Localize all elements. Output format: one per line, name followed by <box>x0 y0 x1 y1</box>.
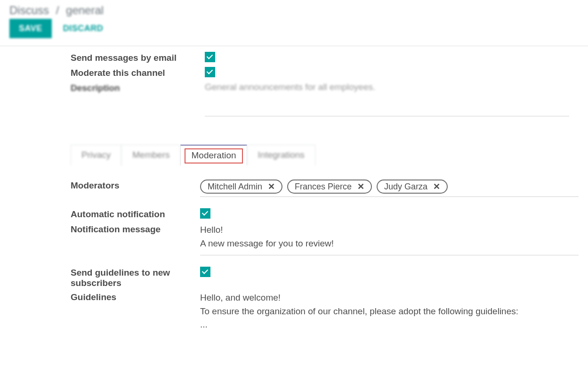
send-guidelines-checkbox[interactable] <box>200 267 210 277</box>
tab-privacy[interactable]: Privacy <box>71 145 121 165</box>
remove-moderator-icon[interactable]: ✕ <box>357 181 364 192</box>
breadcrumb-root[interactable]: Discuss <box>9 4 49 16</box>
breadcrumb-separator: / <box>56 4 59 16</box>
moderator-tag: Frances Pierce ✕ <box>287 180 372 194</box>
moderators-label: Moderators <box>71 180 200 191</box>
tab-integrations[interactable]: Integrations <box>247 145 315 165</box>
moderator-tag: Judy Garza ✕ <box>377 180 448 194</box>
tab-moderation[interactable]: Moderation <box>180 145 247 165</box>
auto-notif-checkbox[interactable] <box>200 208 210 219</box>
send-email-label: Send messages by email <box>71 52 205 63</box>
breadcrumb-leaf: general <box>66 4 104 16</box>
description-value[interactable]: General announcements for all employees. <box>205 82 579 92</box>
auto-notif-label: Automatic notification <box>71 208 200 220</box>
remove-moderator-icon[interactable]: ✕ <box>268 181 275 192</box>
notif-msg-value[interactable]: Hello! A new message for you to review! <box>200 223 579 255</box>
notif-msg-label: Notification message <box>71 223 200 235</box>
remove-moderator-icon[interactable]: ✕ <box>433 181 440 192</box>
description-label: Description <box>71 82 205 93</box>
moderator-name: Frances Pierce <box>295 182 352 192</box>
send-guidelines-label: Send guidelines to new subscribers <box>71 267 200 288</box>
moderators-tags[interactable]: Mitchell Admin ✕ Frances Pierce ✕ Judy G… <box>200 180 579 197</box>
moderate-checkbox[interactable] <box>205 67 215 77</box>
send-email-checkbox[interactable] <box>205 52 215 62</box>
moderator-name: Mitchell Admin <box>208 182 262 192</box>
guidelines-label: Guidelines <box>71 291 200 302</box>
breadcrumb: Discuss / general <box>9 4 579 17</box>
discard-button[interactable]: DISCARD <box>61 19 105 38</box>
tabs: Privacy Members Moderation Integrations <box>71 145 588 165</box>
moderate-label: Moderate this channel <box>71 67 205 78</box>
tab-members[interactable]: Members <box>121 145 180 165</box>
guidelines-value[interactable]: Hello, and welcome! To ensure the organi… <box>200 291 579 336</box>
save-button[interactable]: SAVE <box>9 19 52 38</box>
moderator-tag: Mitchell Admin ✕ <box>200 180 282 194</box>
tab-moderation-label: Moderation <box>191 150 236 160</box>
moderator-name: Judy Garza <box>384 182 427 192</box>
